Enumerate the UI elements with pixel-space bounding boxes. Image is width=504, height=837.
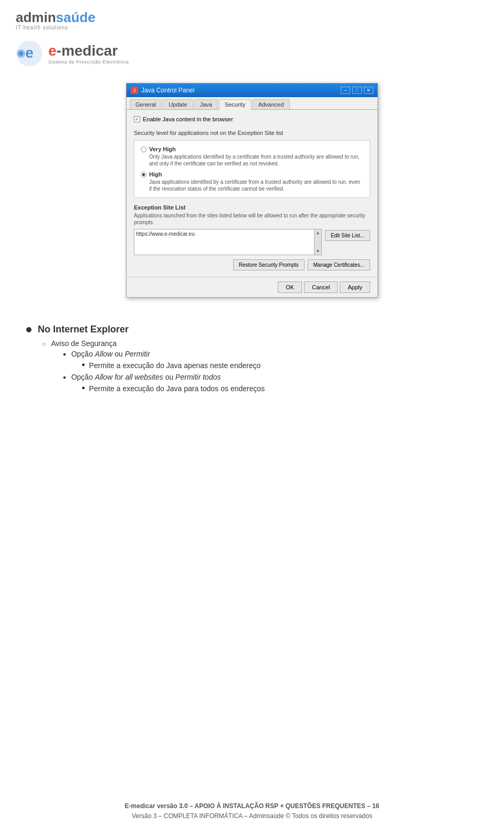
exception-desc: Applications launched from the sites lis… [134, 212, 370, 226]
titlebar: J Java Control Panel ─ □ ✕ [127, 83, 377, 97]
sub-sub-dot-2: ▪ [63, 373, 66, 382]
adminsaude-logo-text: adminsaúde [16, 9, 96, 26]
scroll-down-arrow[interactable]: ▼ [316, 249, 320, 254]
adminsaude-logo-sub: IT health solutions [16, 25, 96, 30]
sub-sub-allowall: ▪ Opção Allow for all websites ou Permit… [63, 373, 478, 382]
main-bullet-dot [26, 327, 32, 332]
window-title: Java Control Panel [141, 87, 194, 94]
ok-button[interactable]: OK [278, 281, 302, 293]
tab-advanced[interactable]: Advanced [253, 99, 290, 109]
radio-very-high-button[interactable] [141, 147, 146, 152]
tab-java[interactable]: Java [194, 99, 218, 109]
page-footer: E-medicar versão 3.0 – APOIO À INSTALAÇÃ… [0, 801, 504, 821]
apply-button[interactable]: Apply [340, 281, 370, 293]
exception-url: https://www.e-medicar.eu [136, 231, 320, 237]
sub-item-aviso-text: Aviso de Segurança [51, 339, 117, 348]
manage-certificates-button[interactable]: Manage Certificates... [308, 259, 370, 270]
emedicar-logo: e e-medicar Sistema de Prescrição Electr… [16, 40, 488, 67]
radio-high-label: High [149, 171, 162, 177]
radio-high-button[interactable] [141, 172, 146, 177]
sub-sub-allowall-text: Opção Allow for all websites ou Permitir… [71, 373, 221, 381]
security-level-label: Security level for applications not on t… [134, 130, 370, 136]
tab-update[interactable]: Update [163, 99, 193, 109]
cancel-button[interactable]: Cancel [304, 281, 338, 293]
enable-java-row[interactable]: ✓ Enable Java content in the browser [134, 116, 370, 122]
enable-java-label: Enable Java content in the browser [143, 116, 233, 122]
emedicar-name: e-medicar [48, 43, 129, 59]
exception-label: Exception Site List [134, 204, 370, 211]
svg-text:e: e [25, 45, 34, 61]
panel-footer: OK Cancel Apply [127, 277, 377, 297]
svg-point-3 [19, 51, 23, 56]
emedicar-icon: e [16, 40, 43, 67]
minimize-button[interactable]: ─ [341, 87, 350, 94]
tabs-bar: General Update Java Security Advanced [127, 97, 377, 110]
content-section: No Internet Explorer ○ Aviso de Seguranç… [0, 308, 504, 406]
adminsaude-logo: adminsaúde IT health solutions [16, 9, 488, 30]
edit-site-button[interactable]: Edit Site List... [325, 230, 370, 241]
radio-very-high-label: Very High [149, 146, 176, 152]
header-logos: adminsaúde IT health solutions e e-medic… [0, 0, 504, 72]
exception-listbox[interactable]: https://www.e-medicar.eu ▲ ▼ [134, 229, 322, 255]
scroll-up-arrow[interactable]: ▲ [316, 231, 320, 235]
radio-high[interactable]: High Java applications identified by a c… [141, 171, 363, 192]
security-level-box: Very High Only Java applications identif… [134, 140, 370, 198]
sub-sub-dot-1: ▪ [63, 350, 66, 359]
bullet-allow-dot: • [82, 360, 85, 370]
exception-area: https://www.e-medicar.eu ▲ ▼ Edit Site L… [134, 229, 370, 255]
emedicar-sub: Sistema de Prescrição Electrónica [48, 59, 129, 65]
radio-very-high[interactable]: Very High Only Java applications identif… [141, 146, 363, 167]
close-button[interactable]: ✕ [364, 87, 373, 94]
panel-body: ✓ Enable Java content in the browser Sec… [127, 110, 377, 277]
listbox-scrollbar[interactable]: ▲ ▼ [314, 229, 321, 255]
main-bullet-text: No Internet Explorer [38, 324, 129, 335]
radio-group: Very High Only Java applications identif… [141, 146, 363, 192]
radio-high-desc: Java applications identified by a certif… [149, 179, 363, 192]
security-buttons-row: Restore Security Prompts Manage Certific… [134, 259, 370, 270]
tab-security[interactable]: Security [219, 99, 251, 110]
bullet-allowall-dot: • [82, 383, 85, 393]
main-bullet: No Internet Explorer [26, 324, 478, 335]
sub-sub-allow: ▪ Opção Allow ou Permitir [63, 350, 478, 359]
sub-list: ○ Aviso de Segurança ▪ Opção Allow ou Pe… [42, 339, 478, 393]
sub-sub-list-1: ▪ Opção Allow ou Permitir • Permite a ex… [63, 350, 478, 393]
maximize-button[interactable]: □ [352, 87, 362, 94]
footer-line2: Versão 3 – COMPLETA INFORMÁTICA – Admins… [0, 811, 504, 821]
footer-line1: E-medicar versão 3.0 – APOIO À INSTALAÇÃ… [0, 801, 504, 811]
sub-item-circle: ○ [42, 340, 46, 348]
tab-general[interactable]: General [130, 99, 162, 109]
radio-very-high-desc: Only Java applications identified by a c… [149, 153, 363, 167]
sub-item-aviso: ○ Aviso de Segurança [42, 339, 478, 348]
bullet-allowall-text: Permite a execução do Java para todos os… [89, 384, 265, 393]
window-controls[interactable]: ─ □ ✕ [341, 87, 373, 94]
sub-sub-allow-text: Opção Allow ou Permitir [71, 350, 150, 358]
enable-java-checkbox[interactable]: ✓ [134, 116, 140, 122]
java-control-panel: J Java Control Panel ─ □ ✕ General Updat… [126, 83, 378, 298]
bullet-allow-text: Permite a execução do Java apenas neste … [89, 361, 261, 370]
screenshot-area: J Java Control Panel ─ □ ✕ General Updat… [0, 83, 504, 298]
window-icon: J [131, 87, 138, 94]
restore-security-prompts-button[interactable]: Restore Security Prompts [233, 259, 304, 270]
